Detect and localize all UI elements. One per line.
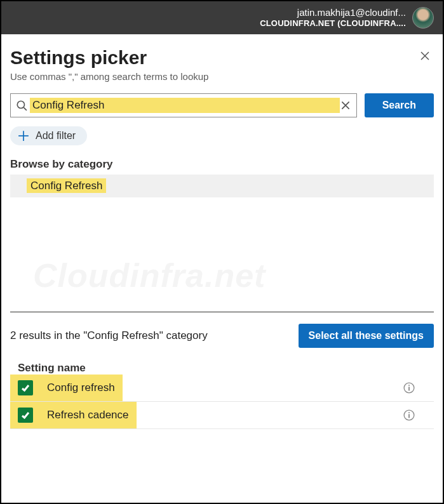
close-button[interactable]: [416, 47, 434, 65]
svg-rect-6: [408, 387, 410, 390]
svg-line-1: [24, 107, 27, 110]
search-input[interactable]: [32, 99, 337, 112]
add-filter-button[interactable]: Add filter: [10, 126, 87, 145]
setting-name: Refresh cadence: [47, 409, 129, 421]
setting-row[interactable]: Refresh cadence: [10, 402, 434, 429]
column-header-setting-name: Setting name: [10, 362, 434, 375]
setting-name: Config refresh: [47, 381, 115, 394]
svg-point-5: [408, 385, 410, 386]
setting-row[interactable]: Config refresh: [10, 375, 434, 402]
plus-icon: [18, 130, 29, 142]
page-subtitle: Use commas "," among search terms to loo…: [10, 71, 434, 82]
select-all-button[interactable]: Select all these settings: [299, 324, 434, 348]
close-icon: [420, 51, 430, 61]
watermark: Cloudinfra.net: [33, 256, 266, 295]
checkbox[interactable]: [18, 380, 33, 395]
topbar: jatin.makhija1@cloudinf... CLOUDINFRA.NE…: [1, 1, 443, 34]
category-name: Config Refresh: [27, 178, 106, 193]
page-title: Settings picker: [10, 47, 147, 69]
category-item[interactable]: Config Refresh: [10, 175, 434, 197]
browse-by-category-label: Browse by category: [10, 158, 434, 171]
results-summary: 2 results in the "Config Refresh" catego…: [10, 329, 208, 342]
add-filter-label: Add filter: [36, 130, 76, 142]
info-icon[interactable]: [403, 409, 415, 421]
search-button[interactable]: Search: [365, 93, 434, 117]
avatar[interactable]: [412, 7, 434, 29]
account-org: CLOUDINFRA.NET (CLOUDINFRA....: [260, 18, 406, 29]
clear-icon[interactable]: [340, 100, 351, 111]
svg-rect-9: [408, 414, 410, 418]
svg-point-8: [408, 412, 410, 413]
checkbox[interactable]: [18, 408, 33, 423]
svg-point-0: [17, 101, 24, 108]
account-email: jatin.makhija1@cloudinf...: [260, 6, 406, 19]
divider: [10, 312, 434, 312]
checkmark-icon: [20, 383, 30, 393]
checkmark-icon: [20, 410, 30, 420]
info-icon[interactable]: [403, 382, 415, 394]
search-box[interactable]: [10, 93, 357, 117]
topbar-account: jatin.makhija1@cloudinf... CLOUDINFRA.NE…: [260, 6, 406, 29]
search-icon: [16, 100, 27, 111]
